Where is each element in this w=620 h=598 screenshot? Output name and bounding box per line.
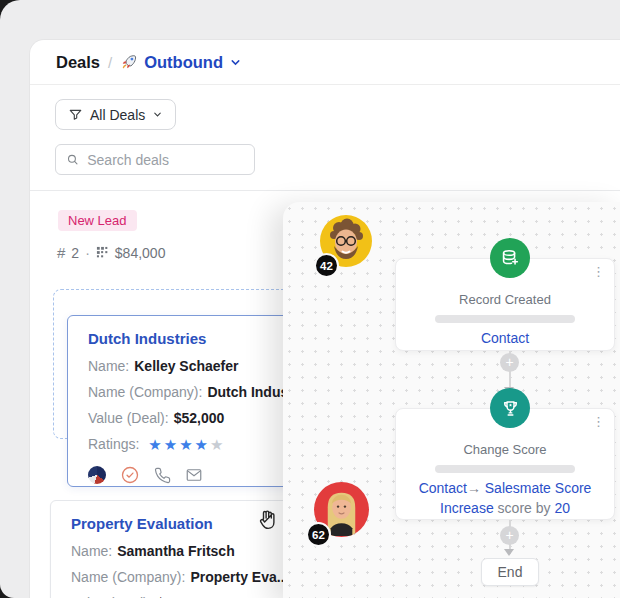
chevron-down-icon[interactable]: [229, 56, 242, 69]
database-add-icon: [490, 238, 530, 278]
grid-dots-icon: [96, 246, 109, 259]
phone-icon[interactable]: [154, 467, 171, 484]
stage-stats: # 2 · $84,000: [57, 244, 165, 261]
node-placeholder-bar: [435, 315, 575, 323]
desc-entity[interactable]: Contact: [419, 480, 467, 496]
funnel-icon: [68, 107, 83, 122]
task-check-icon[interactable]: [120, 465, 140, 485]
field-value: Kelley Schaefer: [134, 358, 238, 374]
dot-separator: ·: [85, 245, 90, 261]
field-value: Samantha Fritsch: [117, 543, 234, 559]
field-label: Name (Company):: [71, 569, 185, 585]
node-description: Contact→ Salesmate Score Increase score …: [396, 479, 614, 519]
field-label: Name:: [71, 543, 112, 559]
breadcrumb-separator: /: [108, 54, 112, 71]
breadcrumb: Deals / Outbound: [30, 40, 620, 85]
count-icon: #: [57, 244, 65, 261]
field-value: Property Eva...: [190, 569, 288, 585]
kebab-menu-icon[interactable]: ⋮: [592, 415, 605, 429]
breadcrumb-deals[interactable]: Deals: [56, 53, 100, 72]
desc-middle: score by: [498, 500, 551, 516]
stage-total-value: $84,000: [115, 245, 166, 261]
score-badge: 62: [306, 522, 331, 547]
deal-field-row: Name:Samantha Fritsch: [71, 543, 319, 559]
node-title: Change Score: [396, 442, 614, 457]
field-label: Ratings:: [88, 436, 139, 452]
search-icon: [66, 152, 79, 167]
desc-arrow: →: [467, 480, 481, 496]
trophy-icon: [490, 388, 530, 428]
field-label: Name (Company):: [88, 384, 202, 400]
arrow-down-icon: [504, 549, 514, 556]
score-badge: 42: [314, 253, 339, 278]
rating-stars: ★★★★★: [148, 437, 223, 452]
deal-field-row: Name (Company):Property Eva...: [71, 569, 319, 585]
node-entity-link[interactable]: Contact: [396, 330, 614, 346]
section-divider: [30, 190, 620, 191]
chevron-down-icon: [152, 109, 163, 120]
workflow-panel: ⋮ Record Created Contact + ⋮ Change Scor…: [283, 202, 620, 598]
pipeline-selector[interactable]: Outbound: [144, 53, 223, 72]
app-screen: Deals / Outbound All Deals New Lead #: [0, 0, 620, 598]
node-placeholder-bar: [435, 465, 575, 473]
all-deals-filter-button[interactable]: All Deals: [55, 99, 176, 130]
search-input[interactable]: [87, 152, 244, 168]
contact-avatar[interactable]: [88, 466, 106, 484]
desc-amount[interactable]: 20: [554, 500, 570, 516]
desc-action[interactable]: Increase: [440, 500, 494, 516]
field-label: Value (Deal):: [88, 410, 169, 426]
hand-cursor: [255, 508, 279, 532]
desc-field[interactable]: Salesmate Score: [485, 480, 592, 496]
field-label: Name:: [88, 358, 129, 374]
deal-title-link[interactable]: Property Evaluation: [71, 515, 319, 532]
workflow-end-node: End: [481, 558, 539, 586]
node-title: Record Created: [396, 292, 614, 307]
search-deals-box[interactable]: [55, 144, 255, 175]
filter-label: All Deals: [90, 107, 145, 123]
deal-count: 2: [71, 245, 79, 261]
add-step-button[interactable]: +: [500, 526, 519, 545]
email-icon[interactable]: [185, 466, 203, 484]
field-value: $52,000: [174, 410, 225, 426]
add-step-button[interactable]: +: [500, 353, 519, 372]
rocket-icon: [120, 53, 138, 71]
kebab-menu-icon[interactable]: ⋮: [592, 265, 605, 279]
stage-badge: New Lead: [58, 210, 137, 231]
